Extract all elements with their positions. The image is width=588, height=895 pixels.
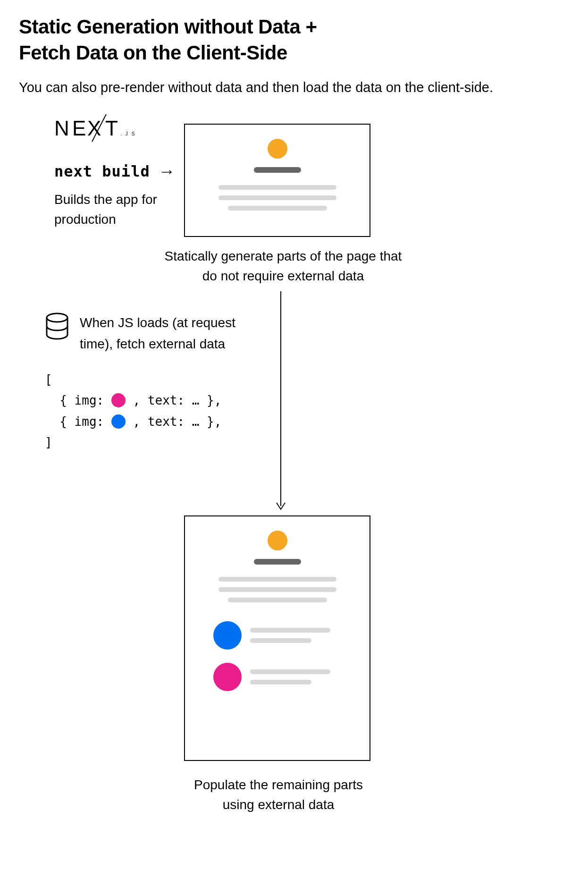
text-line-placeholder <box>228 206 327 211</box>
code-line: [ <box>45 369 221 390</box>
svg-text:E: E <box>72 117 89 140</box>
database-step: When JS loads (at request time), fetch e… <box>45 312 269 355</box>
caption-static-generate: Statically generate parts of the page th… <box>160 246 406 286</box>
avatar-placeholder <box>268 139 287 159</box>
pink-dot-icon <box>111 393 126 407</box>
text-line-placeholder <box>218 185 336 190</box>
code-example: [ { img: , text: … }, { img: , text: … }… <box>45 369 221 453</box>
blue-circle-icon <box>213 621 242 650</box>
build-command: next build <box>54 162 150 180</box>
list-item <box>213 663 330 691</box>
database-icon <box>45 312 69 342</box>
code-line: { img: , text: … }, <box>45 411 221 432</box>
page-title: Static Generation without Data + Fetch D… <box>19 14 569 66</box>
text-line-placeholder <box>218 587 336 592</box>
page-preview-populated <box>184 515 370 761</box>
code-line: ] <box>45 432 221 453</box>
text-line-placeholder <box>250 680 311 684</box>
svg-text:.JS: .JS <box>120 131 138 136</box>
flow-arrow-down-icon <box>274 291 288 515</box>
blue-dot-icon <box>111 414 126 429</box>
code-line: { img: , text: … }, <box>45 390 221 411</box>
title-placeholder <box>254 167 301 173</box>
arrow-right-icon: → <box>159 161 176 181</box>
nextjs-logo: N E X T .JS <box>54 114 149 143</box>
nextjs-logo-svg: N E X T .JS <box>54 114 149 143</box>
page-preview-static <box>184 124 370 237</box>
avatar-placeholder <box>268 531 287 550</box>
text-line-placeholder <box>218 195 336 200</box>
list-item <box>213 621 330 650</box>
build-description: Builds the app for production <box>54 190 177 229</box>
text-line-placeholder <box>218 577 336 582</box>
diagram-container: N E X T .JS next build → Builds the app … <box>19 114 569 879</box>
pink-circle-icon <box>213 663 242 691</box>
text-line-placeholder <box>250 669 330 674</box>
caption-populate: Populate the remaining parts using exter… <box>189 775 368 815</box>
title-placeholder <box>254 559 301 565</box>
text-line-placeholder <box>250 638 311 643</box>
build-command-row: next build → <box>54 161 176 181</box>
svg-text:T: T <box>105 117 122 140</box>
page-subtitle: You can also pre-render without data and… <box>19 80 569 95</box>
database-step-text: When JS loads (at request time), fetch e… <box>80 312 269 355</box>
svg-point-7 <box>47 313 67 322</box>
svg-text:N: N <box>54 117 72 140</box>
svg-text:X: X <box>87 117 104 140</box>
text-line-placeholder <box>228 598 327 602</box>
text-line-placeholder <box>250 628 330 633</box>
